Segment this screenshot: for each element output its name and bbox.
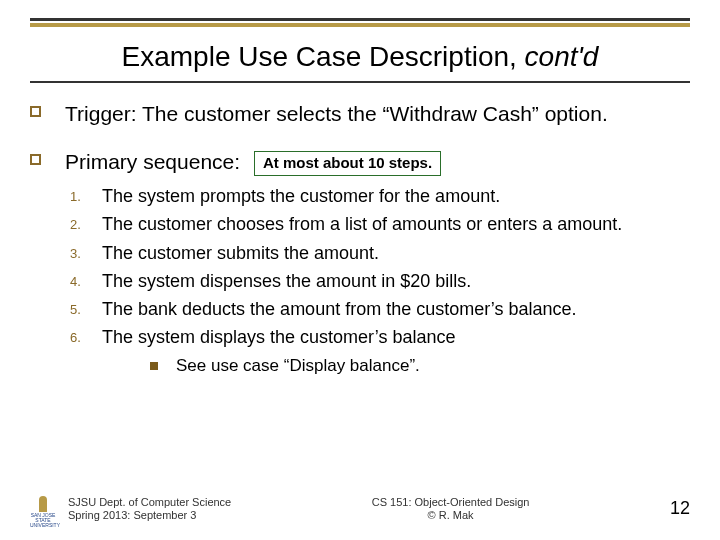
step-text: The system prompts the customer for the …: [102, 184, 690, 208]
callout-box: At most about 10 steps.: [254, 151, 441, 176]
step-text: The system displays the customer’s balan…: [102, 325, 690, 349]
university-logo-icon: SAN JOSE STATE UNIVERSITY: [30, 496, 56, 522]
square-bullet-icon: [30, 154, 41, 165]
bullet-trigger: Trigger: The customer selects the “Withd…: [30, 101, 690, 127]
step-text: The customer chooses from a list of amou…: [102, 212, 690, 236]
title-italic: cont'd: [525, 41, 599, 72]
footer-course: CS 151: Object-Oriented Design: [231, 496, 670, 509]
list-item: 1.The system prompts the customer for th…: [70, 184, 690, 208]
slide-title: Example Use Case Description, cont'd: [30, 41, 690, 73]
top-rule-gold: [30, 23, 690, 27]
primary-label: Primary sequence:: [65, 150, 240, 173]
footer-center: CS 151: Object-Oriented Design © R. Mak: [231, 496, 670, 522]
step-text: The bank deducts the amount from the cus…: [102, 297, 690, 321]
top-rule-dark: [30, 18, 690, 21]
list-item: 2.The customer chooses from a list of am…: [70, 212, 690, 236]
footer-left: SJSU Dept. of Computer Science Spring 20…: [68, 496, 231, 522]
step-number: 3.: [70, 241, 102, 265]
steps-list: 1.The system prompts the customer for th…: [70, 184, 690, 350]
list-item: 4.The system dispenses the amount in $20…: [70, 269, 690, 293]
trigger-body: The customer selects the “Withdraw Cash”…: [142, 102, 608, 125]
square-bullet-icon: [30, 106, 41, 117]
trigger-text: Trigger: The customer selects the “Withd…: [65, 101, 608, 127]
footer-date: Spring 2013: September 3: [68, 509, 231, 522]
filled-square-icon: [150, 362, 158, 370]
step-number: 4.: [70, 269, 102, 293]
page-number: 12: [670, 498, 690, 519]
trigger-label: Trigger:: [65, 102, 137, 125]
step-text: The customer submits the amount.: [102, 241, 690, 265]
sub-text: See use case “Display balance”.: [176, 356, 420, 376]
list-item: 6.The system displays the customer’s bal…: [70, 325, 690, 349]
step-number: 5.: [70, 297, 102, 321]
title-underline: [30, 81, 690, 83]
footer-dept: SJSU Dept. of Computer Science: [68, 496, 231, 509]
primary-heading: Primary sequence: At most about 10 steps…: [65, 149, 441, 176]
step-number: 2.: [70, 212, 102, 236]
sub-bullet: See use case “Display balance”.: [150, 356, 690, 376]
footer-author: © R. Mak: [231, 509, 670, 522]
step-number: 6.: [70, 325, 102, 349]
title-main: Example Use Case Description,: [122, 41, 525, 72]
step-text: The system dispenses the amount in $20 b…: [102, 269, 690, 293]
list-item: 5.The bank deducts the amount from the c…: [70, 297, 690, 321]
list-item: 3.The customer submits the amount.: [70, 241, 690, 265]
footer: SAN JOSE STATE UNIVERSITY SJSU Dept. of …: [30, 496, 690, 522]
bullet-primary: Primary sequence: At most about 10 steps…: [30, 149, 690, 176]
step-number: 1.: [70, 184, 102, 208]
